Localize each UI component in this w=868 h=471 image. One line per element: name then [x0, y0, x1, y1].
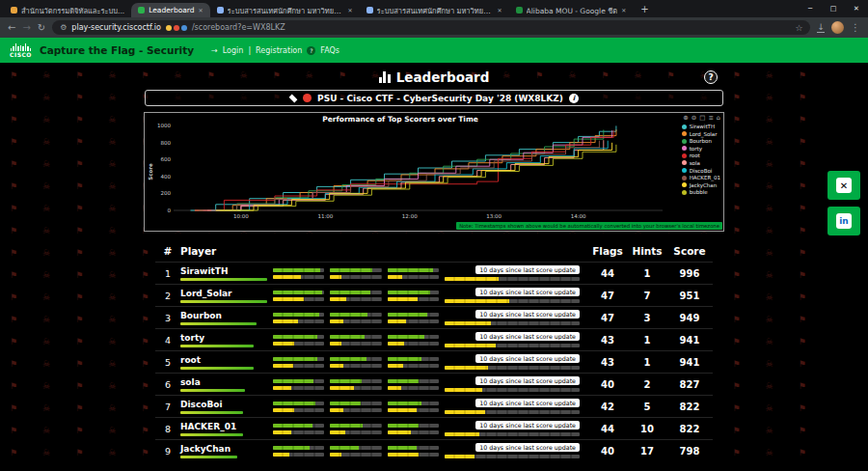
player-score: 996	[666, 268, 713, 279]
player-hints: 1	[628, 268, 666, 279]
legend-item[interactable]: root	[682, 152, 720, 158]
browser-tab[interactable]: Alibaba MOU - Google ชีต✕	[509, 3, 634, 17]
award-bar-track	[330, 364, 381, 368]
last-update-badge: 10 days since last score update	[475, 310, 580, 319]
cisco-logo[interactable]: CISCO	[10, 43, 32, 58]
tab-close-icon[interactable]: ✕	[498, 7, 502, 14]
maximize-button[interactable]: □	[822, 5, 845, 13]
award-bar-fill-green	[388, 268, 433, 272]
award-bar-fill-yellow	[445, 432, 479, 436]
menu-icon[interactable]: ⋮	[851, 22, 860, 33]
badge-column: 10 days since last score update	[445, 443, 580, 458]
linkedin-icon: in	[836, 213, 852, 229]
award-bar-fill-green	[273, 379, 313, 383]
forward-icon[interactable]: →	[22, 22, 30, 33]
player-hints: 5	[628, 402, 666, 412]
award-bar-fill-yellow	[273, 364, 293, 368]
award-bar-fill-green	[273, 268, 320, 272]
leaderboard-table: # Player Flags Hints Score 1SirawitTH10 …	[155, 241, 713, 461]
site-settings-icon[interactable]: ⚙	[60, 23, 67, 32]
legend-item[interactable]: DiscoBoi	[682, 168, 720, 174]
award-bar-fill-yellow	[330, 453, 341, 457]
info-icon[interactable]: i	[569, 94, 579, 103]
award-bar-track	[273, 379, 324, 383]
award-bars: 10 days since last score update	[273, 443, 587, 458]
reload-icon[interactable]: ↻	[38, 22, 45, 33]
award-bar-fill-yellow	[388, 275, 402, 279]
cisco-wordmark: CISCO	[10, 51, 32, 58]
award-bars: 10 days since last score update	[273, 310, 587, 325]
award-bar-track	[273, 408, 324, 412]
award-bar-group	[388, 424, 439, 434]
award-bar-fill-green	[388, 313, 428, 317]
faqs-link[interactable]: FAQs	[320, 46, 339, 55]
legend-swatch	[682, 168, 687, 173]
legend-label: torty	[690, 146, 702, 152]
award-bar-fill-yellow	[330, 386, 354, 390]
table-row: 1SirawitTH10 days since last score updat…	[155, 262, 713, 284]
award-bar-track	[445, 366, 580, 370]
browser-toolbar: ← → ↻ ⚙ play-security.ciscoctf.io /score…	[0, 17, 868, 38]
new-tab-button[interactable]: +	[640, 4, 648, 14]
tab-title: Alibaba MOU - Google ชีต	[527, 5, 618, 16]
tab-close-icon[interactable]: ✕	[348, 7, 353, 14]
award-bar-fill-yellow	[445, 366, 488, 370]
x-icon: ✕	[836, 178, 852, 193]
download-icon[interactable]: ↓	[817, 23, 825, 33]
registration-link[interactable]: Registration	[256, 46, 302, 55]
browser-tab[interactable]: Leaderboard✕	[131, 3, 209, 17]
award-bar-track	[388, 386, 439, 390]
award-bar-group	[273, 313, 324, 323]
player-rank: 9	[155, 446, 180, 457]
screen: สำนักนวัตกรรมดิจิทัลและระบบ...Leaderboar…	[0, 0, 868, 471]
svg-text:200: 200	[161, 190, 172, 196]
player-flags: 43	[587, 335, 628, 346]
award-bar-track	[330, 386, 381, 390]
award-bar-group	[330, 446, 381, 457]
player-name: Lord_Solar	[180, 289, 267, 298]
player-cell: root	[180, 355, 273, 370]
award-bar-fill-yellow	[445, 299, 509, 303]
player-flags: 40	[587, 446, 628, 457]
login-link[interactable]: Login	[223, 46, 244, 55]
award-bar-fill-green	[388, 446, 417, 450]
back-icon[interactable]: ←	[8, 22, 15, 33]
award-bar-fill-yellow	[273, 408, 294, 412]
minimize-button[interactable]: ─	[799, 5, 822, 13]
award-bars: 10 days since last score update	[273, 399, 587, 414]
award-bar-fill-yellow	[388, 342, 404, 346]
share-linkedin-button[interactable]: in	[827, 207, 860, 236]
legend-item[interactable]: bubble	[682, 189, 720, 195]
browser-tab[interactable]: สำนักนวัตกรรมดิจิทัลและระบบ...	[4, 3, 131, 17]
player-cell: JackyChan	[180, 444, 273, 458]
svg-text:13:00: 13:00	[486, 213, 502, 219]
legend-item[interactable]: torty	[682, 146, 720, 152]
share-x-button[interactable]: ✕	[827, 171, 860, 200]
award-bar-track	[273, 319, 324, 323]
tab-close-icon[interactable]: ✕	[621, 7, 626, 14]
legend-label: HACKER_01	[690, 175, 720, 180]
chart-plot[interactable]: 0200400600800100010:0011:0012:0013:0014:…	[145, 113, 723, 231]
performance-chart: Performance of Top Scorers over Time ⊕⊖□…	[144, 112, 724, 232]
close-button[interactable]: ✕	[845, 5, 868, 13]
legend-item[interactable]: SirawitTH	[682, 124, 720, 129]
bookmark-star-icon[interactable]: ☆	[795, 23, 802, 33]
help-button[interactable]: ?	[704, 70, 718, 84]
profile-avatar[interactable]	[831, 21, 844, 34]
legend-item[interactable]: JackyChan	[682, 182, 720, 188]
player-flags: 44	[587, 268, 628, 279]
browser-tab[interactable]: ระบบสารสนเทศนักศึกษา มหาวิทยาล...✕	[360, 3, 509, 17]
badge-column: 10 days since last score update	[445, 332, 580, 347]
tab-close-icon[interactable]: ✕	[199, 7, 203, 14]
legend-item[interactable]: HACKER_01	[682, 175, 720, 180]
browser-tab[interactable]: ระบบสารสนเทศนักศึกษา มหาวิทยาล...✕	[210, 3, 360, 17]
player-hints: 10	[628, 424, 666, 434]
last-update-badge: 10 days since last score update	[475, 443, 580, 452]
address-bar[interactable]: ⚙ play-security.ciscoctf.io /scoreboard?…	[52, 20, 810, 35]
legend-item[interactable]: sola	[682, 160, 720, 166]
award-bar-fill-yellow	[273, 453, 289, 457]
award-bar-track	[273, 268, 324, 272]
legend-item[interactable]: Lord_Solar	[682, 131, 720, 137]
legend-item[interactable]: Bourbon	[682, 138, 720, 144]
award-bar-track	[273, 342, 324, 346]
